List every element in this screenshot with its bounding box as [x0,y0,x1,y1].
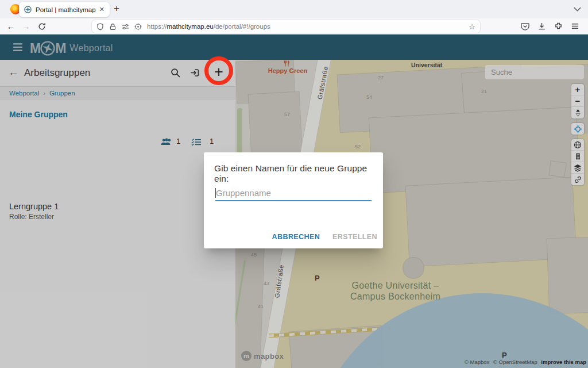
back-button[interactable]: ← [3,21,18,31]
text-caret [215,188,216,198]
new-tab-button[interactable]: + [114,3,119,14]
menu-hamburger-icon[interactable] [571,22,579,30]
location-permission-icon[interactable] [134,23,142,30]
pocket-icon[interactable] [521,22,529,30]
tab-title: Portal | mathcitymap.eu [36,6,96,13]
create-button[interactable]: ERSTELLEN [332,233,377,241]
tab-favicon-compass-icon [24,6,32,13]
screenshot-stage: Portal | mathcitymap.eu ✕ + ← → [0,0,588,368]
browser-toolbar: ← → [0,18,588,34]
group-name-field [215,187,372,201]
forward-button[interactable]: → [18,21,33,31]
extensions-icon[interactable] [554,22,563,30]
reload-icon[interactable] [38,22,46,30]
group-name-input[interactable] [215,187,372,200]
browser-tab-strip: Portal | mathcitymap.eu ✕ + [0,0,588,18]
url-bar[interactable]: https://mathcitymap.eu/de/portal/#!/grou… [92,20,480,33]
browser-tab[interactable]: Portal | mathcitymap.eu ✕ [19,2,110,17]
create-group-dialog: Gib einen Namen für die neue Gruppe ein:… [204,152,383,248]
tab-close-icon[interactable]: ✕ [99,6,105,13]
url-text: https://mathcitymap.eu/de/portal/#!/grou… [147,23,270,30]
bookmark-star-icon[interactable]: ☆ [469,22,475,31]
dialog-buttons: ABBRECHEN ERSTELLEN [272,233,377,241]
permissions-sliders-icon[interactable] [122,23,129,30]
download-icon[interactable] [537,22,546,30]
annotation-red-circle [204,56,233,85]
shield-icon[interactable] [96,23,104,30]
cancel-button[interactable]: ABBRECHEN [272,233,320,241]
dialog-title: Gib einen Namen für die neue Gruppe ein: [214,163,375,184]
lock-icon[interactable] [109,23,117,30]
tabs-chevron-down-icon[interactable] [574,7,581,12]
